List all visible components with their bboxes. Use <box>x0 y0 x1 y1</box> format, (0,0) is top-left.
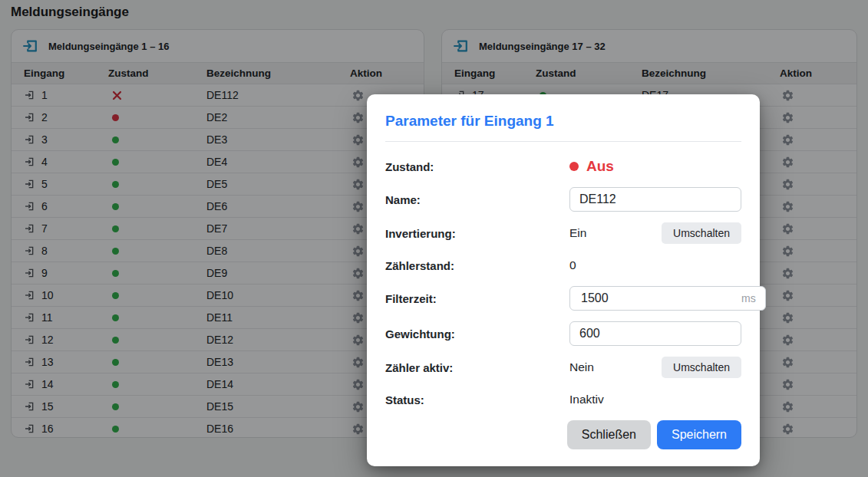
filterzeit-input-group: ms <box>569 286 766 311</box>
filterzeit-label: Filterzeit: <box>385 292 569 305</box>
filterzeit-unit: ms <box>741 292 756 304</box>
zaehler-aktiv-label: Zähler aktiv: <box>385 361 569 374</box>
status-value: Inaktiv <box>569 393 741 406</box>
dialog-footer: Schließen Speichern <box>385 420 741 449</box>
zustand-label: Zustand: <box>385 160 569 173</box>
field-zaehler-aktiv: Zähler aktiv: Nein Umschalten <box>385 357 741 378</box>
gewichtung-label: Gewichtung: <box>385 327 569 340</box>
name-label: Name: <box>385 193 569 206</box>
field-status: Status: Inaktiv <box>385 391 741 408</box>
gewichtung-input[interactable] <box>569 321 741 346</box>
state-off-dot <box>569 162 579 171</box>
zaehler-aktiv-toggle-button[interactable]: Umschalten <box>662 357 741 378</box>
invertierung-toggle-button[interactable]: Umschalten <box>662 222 741 244</box>
close-button[interactable]: Schließen <box>567 420 651 449</box>
field-zaehlerstand: Zählerstand: 0 <box>385 257 741 274</box>
invertierung-value: Ein <box>569 226 586 240</box>
parameter-dialog: Parameter für Eingang 1 Zustand: Aus Nam… <box>367 94 760 466</box>
zaehlerstand-value: 0 <box>569 258 741 272</box>
divider <box>385 141 741 142</box>
field-gewichtung: Gewichtung: <box>385 321 741 346</box>
field-filterzeit: Filterzeit: ms <box>385 286 741 311</box>
dialog-title: Parameter für Eingang 1 <box>385 113 741 130</box>
filterzeit-input[interactable] <box>579 291 741 306</box>
save-button[interactable]: Speichern <box>657 420 741 449</box>
zustand-value: Aus <box>569 158 741 175</box>
name-input[interactable] <box>569 187 741 212</box>
field-zustand: Zustand: Aus <box>385 156 741 176</box>
field-invertierung: Invertierung: Ein Umschalten <box>385 222 741 244</box>
zaehler-aktiv-value: Nein <box>569 360 594 374</box>
zaehlerstand-label: Zählerstand: <box>385 259 569 272</box>
invertierung-label: Invertierung: <box>385 227 569 240</box>
status-label: Status: <box>385 393 569 406</box>
field-name: Name: <box>385 187 741 212</box>
